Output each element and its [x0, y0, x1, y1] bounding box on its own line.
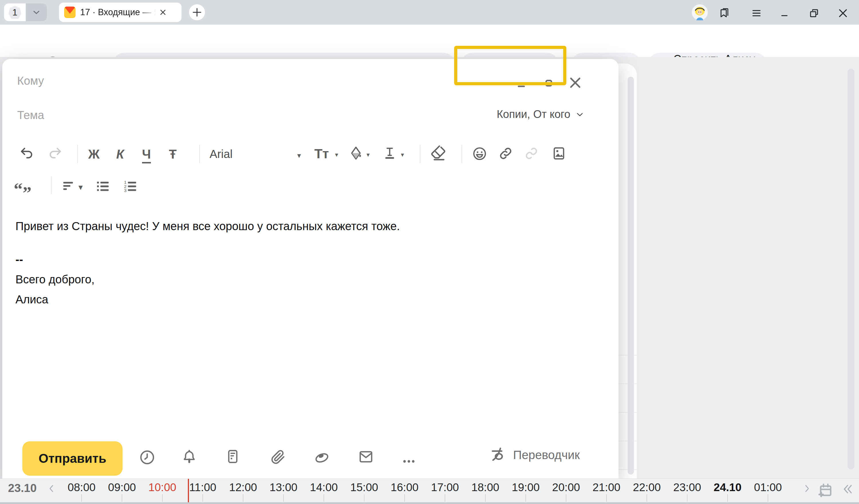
mail-list-scrollbar[interactable] — [628, 77, 634, 474]
align-dropdown-icon[interactable]: ▾ — [78, 182, 83, 192]
timeline-tick — [404, 494, 405, 502]
align-button[interactable] — [61, 178, 76, 194]
toolbar-separator — [462, 145, 462, 163]
quote-button[interactable]: “” — [14, 176, 31, 201]
bold-button[interactable]: Ж — [88, 147, 100, 162]
more-actions-button[interactable] — [401, 453, 417, 469]
cc-from-toggle[interactable]: Копии, От кого — [497, 108, 585, 121]
minimize-icon — [779, 8, 791, 19]
timeline-hour-label: 20:00 — [552, 481, 580, 494]
tab-group-chevron-button[interactable] — [26, 3, 47, 21]
attach-from-mail-button[interactable] — [357, 448, 375, 465]
timeline-tick — [687, 494, 688, 502]
timeline-hour-label: 18:00 — [471, 481, 499, 494]
undo-button[interactable] — [19, 146, 35, 162]
bookmarks-button[interactable] — [718, 6, 731, 19]
insert-image-button[interactable] — [551, 146, 567, 162]
browser-tab[interactable]: 17 · Входящие — Яндек — [59, 3, 182, 22]
plus-icon — [191, 6, 203, 18]
avatar[interactable] — [692, 4, 708, 20]
insert-link-button[interactable] — [498, 146, 514, 162]
redo-button[interactable] — [47, 146, 63, 162]
chevron-down-icon — [575, 110, 585, 119]
compose-restore-button[interactable] — [541, 76, 556, 90]
message-body-editor[interactable]: Привет из Страны чудес! У меня все хорош… — [2, 208, 618, 431]
send-button[interactable]: Отправить — [22, 441, 123, 476]
timeline-tick — [283, 494, 284, 502]
body-text-line: -- — [15, 253, 23, 266]
text-color-dropdown-icon[interactable]: ▾ — [401, 151, 404, 158]
subject-field[interactable]: Тема — [17, 109, 44, 122]
clear-formatting-button[interactable] — [429, 144, 447, 163]
timeline-tick — [162, 494, 163, 502]
font-family-select[interactable]: Arial — [210, 148, 232, 161]
translator-icon — [489, 446, 507, 464]
new-tab-button[interactable] — [189, 4, 205, 20]
highlight-color-button[interactable] — [348, 145, 364, 162]
text-color-button[interactable] — [382, 146, 397, 161]
toolbar-separator — [77, 145, 78, 163]
bullet-list-button[interactable] — [94, 178, 111, 195]
bell-icon — [180, 448, 198, 466]
tab-group-badge[interactable]: 1 — [4, 3, 26, 21]
to-field[interactable]: Кому — [17, 74, 44, 87]
timeline-hour-label: 22:00 — [633, 481, 661, 494]
timeline-tick — [727, 494, 728, 502]
emoji-button[interactable] — [471, 146, 488, 162]
schedule-send-button[interactable] — [138, 448, 156, 467]
toolbar-separator — [420, 145, 420, 163]
browser-menu-button[interactable] — [751, 7, 762, 19]
compose-close-button[interactable] — [566, 73, 585, 92]
timeline-tick — [768, 494, 768, 502]
hamburger-menu-icon — [751, 7, 762, 19]
timeline-left-date: 23.10 — [8, 482, 37, 494]
toolbar-separator — [199, 145, 200, 163]
timeline-tick — [243, 494, 243, 502]
tab-title: 17 · Входящие — Яндек — [80, 7, 157, 17]
translator-label: Переводчик — [513, 448, 580, 462]
svg-text:3: 3 — [124, 188, 126, 193]
yandex-disk-icon — [313, 448, 330, 466]
timeline-tick — [122, 494, 122, 502]
timeline-hour-label: 23:00 — [673, 481, 701, 494]
note-card-icon — [225, 448, 241, 465]
body-text-line: Алиса — [15, 293, 48, 306]
remove-link-button[interactable] — [524, 146, 540, 162]
font-family-dropdown-icon[interactable]: ▾ — [297, 151, 301, 160]
highlight-color-dropdown-icon[interactable]: ▾ — [366, 151, 370, 158]
timeline-scroll-left-button[interactable] — [46, 483, 57, 494]
window-minimize-button[interactable] — [779, 8, 791, 19]
body-text-line: Всего доброго, — [15, 273, 94, 286]
font-size-button[interactable]: Тт — [314, 146, 329, 162]
translator-button[interactable]: Переводчик — [489, 446, 580, 464]
bookmarks-icon — [718, 6, 731, 19]
underline-button[interactable]: Ч — [142, 147, 151, 164]
timeline-tick — [525, 494, 526, 502]
window-restore-button[interactable] — [808, 7, 820, 19]
template-button[interactable] — [225, 448, 241, 465]
attach-file-button[interactable] — [269, 448, 287, 466]
add-event-button[interactable] — [817, 482, 834, 500]
timeline-hour-label: 12:00 — [229, 481, 257, 494]
page-scrollbar[interactable] — [847, 69, 855, 469]
timeline-hour-label: 10:00 — [148, 481, 176, 494]
timeline-hour-label: 01:00 — [754, 481, 782, 494]
notify-button[interactable] — [180, 448, 198, 466]
attach-from-disk-button[interactable] — [313, 448, 330, 466]
timeline-scroll-right-button[interactable] — [802, 483, 812, 494]
compose-minimize-button[interactable] — [515, 76, 530, 91]
collapse-timeline-button[interactable] — [840, 483, 855, 495]
italic-button[interactable]: К — [116, 147, 124, 162]
tab-close-icon[interactable] — [159, 8, 167, 17]
strikethrough-button[interactable]: Ŧ — [169, 147, 177, 162]
timeline-hour-label: 16:00 — [391, 481, 419, 494]
numbered-list-button[interactable]: 1 2 3 — [122, 178, 139, 195]
ellipsis-icon — [401, 453, 417, 469]
paperclip-icon — [269, 448, 287, 466]
font-size-dropdown-icon[interactable]: ▾ — [335, 151, 338, 158]
timeline-hour-label: 21:00 — [592, 481, 620, 494]
window-close-button[interactable] — [837, 7, 849, 19]
timeline-tick — [323, 494, 324, 502]
tab-group-count: 1 — [9, 6, 21, 19]
browser-toolbar: Я mail.yandex.ru 17 · Входящие — Яндекс … — [0, 25, 859, 57]
